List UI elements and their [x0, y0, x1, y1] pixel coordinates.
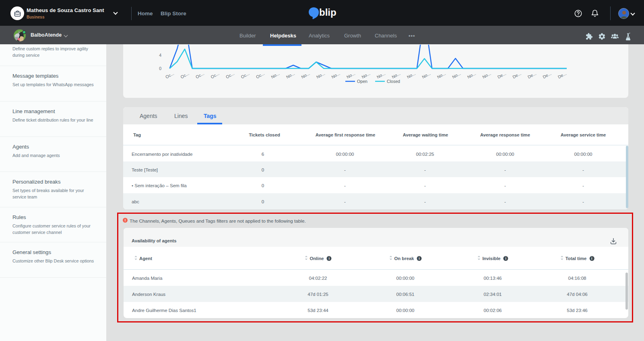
svg-text:No...: No...: [406, 71, 416, 79]
svg-text:No...: No...: [330, 71, 341, 79]
svg-text:No...: No...: [376, 71, 386, 79]
svg-text:0: 0: [159, 66, 161, 71]
svg-text:No...: No...: [421, 71, 431, 79]
svg-text:Oc...: Oc...: [165, 71, 175, 79]
svg-text:No...: No...: [466, 71, 477, 79]
svg-text:No...: No...: [451, 71, 461, 79]
svg-text:De...: De...: [512, 71, 522, 79]
svg-text:No...: No...: [316, 71, 326, 79]
svg-text:Oc...: Oc...: [255, 71, 265, 79]
svg-text:No...: No...: [346, 71, 356, 79]
svg-text:De...: De...: [527, 71, 537, 79]
svg-text:De...: De...: [557, 71, 567, 79]
svg-text:Oc...: Oc...: [180, 71, 190, 79]
svg-text:Oc...: Oc...: [195, 71, 205, 79]
svg-text:No...: No...: [361, 71, 371, 79]
svg-text:No...: No...: [436, 71, 446, 79]
svg-text:Oc...: Oc...: [225, 71, 235, 79]
svg-text:4: 4: [159, 53, 161, 58]
svg-text:Oc...: Oc...: [240, 71, 250, 79]
svg-text:De...: De...: [542, 71, 552, 79]
svg-text:Open: Open: [357, 79, 367, 84]
svg-text:No...: No...: [391, 71, 401, 79]
svg-text:No...: No...: [285, 71, 295, 79]
svg-text:De...: De...: [497, 71, 507, 79]
svg-text:Closed: Closed: [387, 79, 400, 84]
svg-text:No...: No...: [270, 71, 280, 79]
svg-text:Oc...: Oc...: [210, 71, 220, 79]
svg-text:No...: No...: [481, 71, 491, 79]
svg-text:No...: No...: [300, 71, 310, 79]
